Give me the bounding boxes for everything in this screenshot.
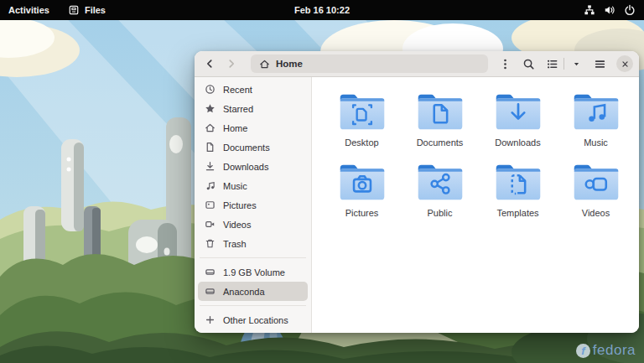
- files-window: Home Recent Starred Home Documents Downl…: [195, 51, 639, 333]
- folder-music[interactable]: Music: [557, 91, 635, 162]
- trash-icon: [205, 238, 216, 249]
- top-bar: Activities Files Feb 16 10:22: [0, 0, 644, 20]
- folder-videos[interactable]: Videos: [557, 162, 635, 232]
- close-icon: [621, 60, 629, 68]
- files-app-icon: [68, 4, 80, 16]
- sidebar-item-documents[interactable]: Documents: [198, 137, 308, 157]
- home-icon: [205, 122, 216, 133]
- folder-label: Pictures: [345, 208, 379, 218]
- file-grid-view: Desktop Documents Downloads Music Pictur…: [312, 77, 639, 333]
- power-icon: [624, 4, 636, 16]
- path-bar[interactable]: Home: [251, 54, 488, 73]
- folder-desktop[interactable]: Desktop: [323, 91, 401, 162]
- sidebar: Recent Starred Home Documents Downloads …: [195, 77, 312, 333]
- folder-templates[interactable]: Templates: [479, 162, 557, 232]
- fedora-watermark: f fedora: [576, 342, 636, 359]
- pictures-folder-icon: [338, 162, 387, 203]
- sidebar-item-trash[interactable]: Trash: [198, 234, 308, 253]
- folder-label: Downloads: [495, 137, 540, 148]
- sidebar-item-pictures[interactable]: Pictures: [198, 195, 308, 215]
- folder-public[interactable]: Public: [401, 162, 479, 232]
- list-view-button[interactable]: [542, 54, 562, 74]
- templates-folder-icon: [494, 162, 543, 203]
- clock-icon: [205, 84, 216, 95]
- volume-icon: [604, 4, 615, 16]
- divider: [200, 257, 306, 258]
- folder-label: Templates: [496, 208, 538, 218]
- folder-downloads[interactable]: Downloads: [479, 91, 557, 162]
- documents-folder-icon: [416, 91, 465, 132]
- music-note-icon: [205, 180, 216, 191]
- document-icon: [205, 142, 216, 153]
- folder-label: Documents: [417, 137, 464, 148]
- sidebar-item-anaconda[interactable]: Anaconda: [198, 282, 308, 301]
- fedora-logo-icon: f: [576, 344, 590, 358]
- video-camera-icon: [205, 219, 216, 230]
- star-icon: [205, 103, 216, 114]
- view-options-split-button: [542, 54, 586, 74]
- sidebar-item-videos[interactable]: Videos: [198, 215, 308, 234]
- folder-label: Videos: [582, 208, 610, 218]
- activities-button[interactable]: Activities: [8, 5, 49, 15]
- back-button[interactable]: [200, 54, 219, 73]
- divider: [564, 58, 564, 70]
- divider: [200, 305, 306, 306]
- search-icon: [522, 58, 535, 70]
- focused-app-menu[interactable]: Files: [68, 4, 106, 16]
- main-menu-button[interactable]: [589, 54, 610, 74]
- header-bar: Home: [195, 51, 639, 77]
- drive-icon: [205, 267, 216, 277]
- downloads-folder-icon: [494, 91, 543, 132]
- sidebar-item-other-locations[interactable]: Other Locations: [198, 310, 308, 329]
- drive-icon: [205, 286, 216, 297]
- system-status-area[interactable]: [584, 4, 644, 16]
- home-icon: [259, 59, 270, 70]
- path-menu-button[interactable]: [495, 54, 515, 74]
- network-icon: [584, 4, 595, 16]
- sidebar-item-volume[interactable]: 1.9 GB Volume: [198, 262, 308, 282]
- close-window-button[interactable]: [616, 55, 633, 72]
- folder-label: Desktop: [345, 137, 378, 148]
- sidebar-item-downloads[interactable]: Downloads: [198, 157, 308, 176]
- search-button[interactable]: [518, 54, 538, 74]
- folder-label: Public: [428, 208, 453, 218]
- current-location-label: Home: [276, 59, 303, 69]
- sidebar-item-home[interactable]: Home: [198, 118, 308, 137]
- forward-button[interactable]: [222, 54, 241, 73]
- focused-app-name: Files: [85, 5, 106, 15]
- image-icon: [205, 200, 216, 210]
- view-options-dropdown[interactable]: [566, 54, 586, 74]
- list-view-icon: [546, 58, 558, 70]
- download-icon: [205, 161, 216, 172]
- music-folder-icon: [572, 91, 621, 132]
- desktop-folder-icon: [338, 91, 387, 132]
- folder-pictures[interactable]: Pictures: [323, 162, 401, 232]
- fedora-watermark-text: fedora: [593, 342, 636, 359]
- videos-folder-icon: [572, 162, 621, 203]
- kebab-menu-icon: [499, 58, 512, 70]
- hamburger-menu-icon: [594, 58, 606, 70]
- folder-documents[interactable]: Documents: [401, 91, 479, 162]
- sidebar-item-music[interactable]: Music: [198, 176, 308, 195]
- plus-icon: [205, 314, 216, 325]
- chevron-down-icon: [572, 60, 581, 69]
- sidebar-item-recent[interactable]: Recent: [198, 80, 308, 99]
- public-folder-icon: [416, 162, 465, 203]
- folder-label: Music: [584, 137, 608, 148]
- sidebar-item-starred[interactable]: Starred: [198, 99, 308, 118]
